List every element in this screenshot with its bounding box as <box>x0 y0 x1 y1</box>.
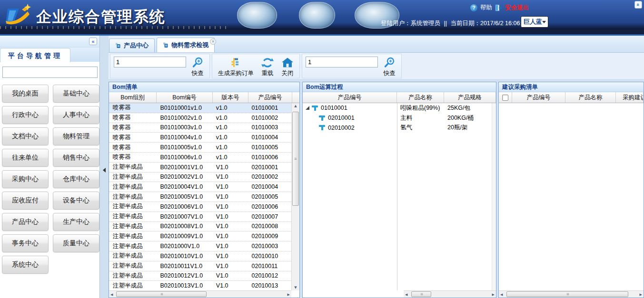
table-row[interactable]: 注塑半成品B02010002V1.0V1.002010002 <box>109 173 291 183</box>
bom-list-vscroll-thumb[interactable]: ≡ <box>292 112 299 206</box>
process-col-header-2[interactable]: 产品名称 <box>397 92 444 103</box>
sidebar-item-17[interactable]: 系统中心 <box>2 256 49 274</box>
tree-row[interactable]: 02010001主料200KG/桶 <box>303 113 496 123</box>
cell: B01010005v1.0 <box>156 144 212 151</box>
cell: 注塑半成品 <box>109 193 156 201</box>
sidebar-item-7[interactable]: 往来单位 <box>2 149 49 167</box>
table-row[interactable]: 注塑半成品B02010005V1.0V1.002010005 <box>109 192 291 202</box>
bom-list-hscroll-thumb[interactable]: ≡ <box>116 291 207 297</box>
app-logo-icon <box>3 2 33 29</box>
tab-close-icon[interactable]: ✕ <box>210 38 216 45</box>
process-col-header-1[interactable]: 产品编号 <box>303 92 397 103</box>
table-row[interactable]: 注塑半成品B02010012V1.0V1.002010012 <box>109 271 291 281</box>
table-row[interactable]: 注塑半成品B02010011V1.0V1.002010011 <box>109 261 291 271</box>
sidebar-item-10[interactable]: 仓库中心 <box>53 170 99 188</box>
table-row[interactable]: 注塑半成品B02010006V1.0V1.002010006 <box>109 202 291 212</box>
bom-process-vscroll-track[interactable] <box>492 103 496 290</box>
sidebar-item-5[interactable]: 文档中心 <box>2 127 49 145</box>
table-row[interactable]: 喷雾器B01010002v1.0v1.001010002 <box>109 113 291 123</box>
sidebar-item-3[interactable]: 行政中心 <box>2 106 49 124</box>
table-row[interactable]: 注塑半成品B02010008V1.0V1.002010008 <box>109 222 291 232</box>
close-button[interactable]: 关闭 <box>279 56 296 78</box>
table-row[interactable]: 注塑半成品B0201000V1.0V1.002010003 <box>109 241 291 251</box>
quick-search-button-1[interactable]: 快查 <box>189 56 206 78</box>
bom-col-header-4[interactable]: 产品编号 <box>248 92 292 103</box>
table-row[interactable]: 注塑半成品B02010010V1.0V1.002010010 <box>109 251 291 261</box>
sidebar-collapse-button[interactable]: « <box>89 38 97 45</box>
reload-button[interactable]: 重载 <box>259 56 276 78</box>
table-row[interactable]: 喷雾器B01010003v1.0v1.001010003 <box>109 123 291 133</box>
sidebar-item-2[interactable]: 基础中心 <box>53 85 99 103</box>
table-row[interactable]: 注塑半成品B02010013V1.0V1.002010013 <box>109 281 291 290</box>
cell: 02010008 <box>248 223 291 230</box>
logout-door-icon[interactable] <box>495 4 502 11</box>
cell: B02010012V1.0 <box>156 272 212 279</box>
sidebar-item-1[interactable]: 我的桌面 <box>2 85 49 103</box>
scroll-left-icon[interactable]: ◀ <box>500 293 503 297</box>
sidebar-item-12[interactable]: 设备中心 <box>53 192 99 210</box>
tab-1[interactable]: 产品中心 <box>109 38 155 52</box>
table-row[interactable]: 喷雾器B01010001v1.0v1.001010001 <box>109 103 291 113</box>
cell: B02010002V1.0 <box>156 173 212 180</box>
purchase-col-header-1[interactable]: 产品编号 <box>512 92 565 103</box>
help-link[interactable]: 帮助 <box>480 4 492 12</box>
generate-po-button[interactable]: 生成采购订单 <box>216 56 256 78</box>
purchase-col-header-3[interactable]: 采购建议 <box>616 92 644 103</box>
scroll-left-icon[interactable]: ◀ <box>405 293 407 297</box>
tab-2[interactable]: 物料需求检视✕ <box>157 38 215 52</box>
quick-search-input-1[interactable] <box>114 57 186 67</box>
bom-col-header-1[interactable]: Bom组别 <box>109 92 157 103</box>
bom-process-hscrollbar[interactable]: ◀ ≡ ▶ <box>404 290 496 298</box>
sidebar-item-16[interactable]: 质量中心 <box>53 234 99 252</box>
sidebar-tab-navigation[interactable]: 平台导航管理 <box>0 48 70 62</box>
bom-list-vscrollbar[interactable]: ▲ ≡ ▼ <box>291 103 299 290</box>
cell: 注塑半成品 <box>109 232 156 240</box>
quick-search-input-2[interactable] <box>306 57 378 67</box>
bom-process-hscroll-thumb[interactable]: ≡ <box>411 291 431 297</box>
table-row[interactable]: 注塑半成品B02010009V1.0V1.002010009 <box>109 231 291 241</box>
sidebar-item-9[interactable]: 采购中心 <box>2 170 49 188</box>
scroll-right-icon[interactable]: ▶ <box>287 293 290 297</box>
table-row[interactable]: 注塑半成品B02010007V1.0V1.002010007 <box>109 212 291 222</box>
select-all-checkbox[interactable] <box>502 95 508 101</box>
scroll-down-icon[interactable]: ▼ <box>292 286 299 289</box>
bom-list-hscrollbar[interactable]: ◀ ≡ ▶ <box>109 290 291 298</box>
sidebar-item-6[interactable]: 物料管理 <box>53 127 99 145</box>
sidebar-item-14[interactable]: 生产中心 <box>53 213 99 231</box>
sidebar-item-13[interactable]: 产品中心 <box>2 213 49 231</box>
table-row[interactable]: 喷雾器B01010005v1.0v1.001010005 <box>109 143 291 153</box>
sidebar-item-15[interactable]: 事务中心 <box>2 234 49 252</box>
header-bottom-strip <box>0 29 644 34</box>
scroll-left-icon[interactable]: ◀ <box>110 293 113 297</box>
toolbar-group-actions: 生成采购订单 重载 <box>212 54 300 78</box>
sidebar-search-input[interactable] <box>2 67 98 78</box>
process-col-header-3[interactable]: 产品规格 <box>444 92 496 103</box>
purchase-col-header-2[interactable]: 产品名称 <box>565 92 616 103</box>
cell: B02010005V1.0 <box>156 193 212 200</box>
table-row[interactable]: 喷雾器B01010006v1.0v1.001010006 <box>109 153 291 163</box>
scroll-right-icon[interactable]: ▶ <box>492 293 495 297</box>
table-row[interactable]: 注塑半成品B02010004V1.0V1.002010004 <box>109 182 291 192</box>
sidebar-item-11[interactable]: 应收应付 <box>2 192 49 210</box>
scroll-up-icon[interactable]: ▲ <box>292 104 299 108</box>
header-collapse-button[interactable]: « <box>634 1 642 9</box>
tree-expander-icon[interactable] <box>306 106 309 110</box>
table-row[interactable]: 注塑半成品B02010001V1.0V1.002010001 <box>109 163 291 173</box>
purchase-hscrollbar[interactable]: ◀ ≡ ▶ <box>499 290 644 298</box>
purchase-hscroll-thumb[interactable]: ≡ <box>506 291 628 297</box>
help-icon[interactable]: ? <box>470 4 477 11</box>
bom-col-header-3[interactable]: 版本号 <box>213 92 248 103</box>
logout-link[interactable]: 安全退出 <box>505 4 529 12</box>
sidebar-item-4[interactable]: 人事中心 <box>53 106 99 124</box>
sidebar-item-8[interactable]: 销售中心 <box>53 149 99 167</box>
sidebar-tab-row: 平台导航管理 <box>0 48 99 62</box>
bom-col-header-2[interactable]: Bom编号 <box>157 92 213 103</box>
tree-row[interactable]: 02010002氢气20瓶/架 <box>303 123 496 133</box>
sidebar-splitter[interactable] <box>100 36 109 298</box>
cell: 02010005 <box>248 193 291 200</box>
table-row[interactable]: 喷雾器B01010004v1.0v1.001010004 <box>109 133 291 143</box>
theme-select[interactable]: 巨人蓝 <box>521 16 548 28</box>
scroll-right-icon[interactable]: ▶ <box>640 293 642 297</box>
quick-search-button-2[interactable]: 快查 <box>381 56 398 78</box>
tree-row[interactable]: 01010001吲哚粗品(99%)25KG/包 <box>303 103 496 113</box>
